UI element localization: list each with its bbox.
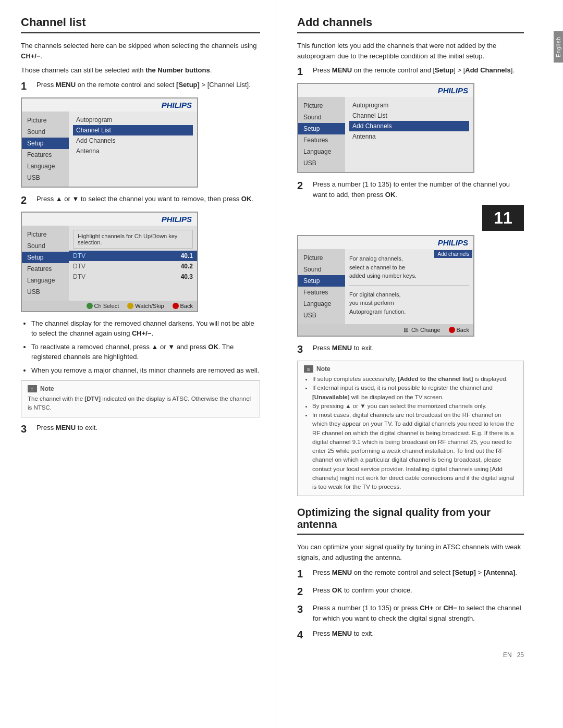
- tv-left-menu-add1: Picture Sound Setup Features Language US…: [298, 97, 345, 172]
- opt-step4-item: 4 Press MENU to exit.: [297, 628, 524, 641]
- opt-step4-text: Press MENU to exit.: [313, 628, 524, 639]
- step2-text: Press ▲ or ▼ to select the channel you w…: [36, 194, 260, 204]
- step1-text: Press MENU on the remote control and sel…: [36, 80, 260, 90]
- tv-menu-1: PHILIPS Picture Sound Setup Features Lan…: [21, 97, 198, 188]
- opt-step2-num: 2: [297, 585, 309, 598]
- add-step1-num: 1: [297, 65, 309, 78]
- note-box-1: Note The channel with the [DTV] indicate…: [21, 380, 260, 417]
- addmenu1-usb: USB: [298, 157, 345, 169]
- opt-step3-num: 3: [297, 603, 309, 615]
- tv-left-menu-add2: Picture Sound Setup Features Language US…: [298, 249, 345, 324]
- number-display: 11: [482, 205, 524, 231]
- step2-item: 2 Press ▲ or ▼ to select the channel you…: [21, 194, 260, 206]
- philips-logo-add2: PHILIPS: [298, 236, 473, 249]
- footer-watch-skip-label: Watch/Skip: [135, 303, 164, 309]
- opt-step3-text: Press a number (1 to 135) or press CH+ o…: [313, 603, 524, 623]
- optimizing-title: Optimizing the signal quality from your …: [297, 507, 524, 535]
- tv-footer-add2: ⊞ Ch Change Back: [298, 324, 473, 336]
- left-column: Channel list The channels selected here …: [0, 0, 276, 728]
- menu2-language: Language: [22, 275, 69, 286]
- footer-watch-skip: Watch/Skip: [127, 303, 164, 309]
- tv-body-add2: Picture Sound Setup Features Language US…: [298, 249, 473, 324]
- step3-num: 3: [21, 423, 32, 435]
- menu1-features: Features: [22, 149, 69, 161]
- addmenu2-usb: USB: [298, 310, 345, 321]
- add-channels-intro: This function lets you add the channels …: [297, 41, 524, 61]
- tv-body-2: Picture Sound Setup Features Language US…: [22, 226, 197, 301]
- ch-num-2: 40.2: [181, 263, 193, 270]
- tv-body-add1: Picture Sound Setup Features Language US…: [298, 97, 473, 172]
- footer-back: Back: [173, 303, 193, 309]
- opt-step4-num: 4: [297, 628, 309, 641]
- opt-step1-text: Press MENU on the remote control and sel…: [313, 567, 524, 578]
- menu2-sound: Sound: [22, 240, 69, 252]
- tv-menu-add-2: PHILIPS Picture Sound Setup Features Lan…: [297, 235, 474, 337]
- opt-step2-text: Press OK to confirm your choice.: [313, 585, 524, 596]
- philips-logo-2: PHILIPS: [22, 213, 197, 226]
- bullet-3: When you remove a major channel, its min…: [31, 365, 260, 376]
- add-channels-title: Add channels: [297, 16, 524, 33]
- right-column: Add channels This function lets you add …: [276, 0, 553, 728]
- channel-list-right: Highlight channels for Ch Up/Down key se…: [69, 226, 197, 301]
- channel-list-intro2: Those channels can still be selected wit…: [21, 65, 260, 76]
- addmenu1-addchannels: Add Channels: [349, 121, 469, 131]
- footer-ch-select-label: Ch Select: [94, 303, 119, 309]
- addmenu1-features: Features: [298, 134, 345, 146]
- menu1-setup: Setup: [22, 138, 69, 149]
- page-num: 25: [517, 651, 524, 659]
- note-header-1: Note: [28, 385, 253, 392]
- bullet-list: The channel display for the removed chan…: [21, 318, 260, 376]
- back-btn-icon: [173, 303, 179, 309]
- step1-item: 1 Press MENU on the remote control and s…: [21, 80, 260, 92]
- philips-logo-1: PHILIPS: [22, 98, 197, 112]
- footer-back-label: Back: [180, 303, 193, 309]
- menu2-usb: USB: [22, 286, 69, 298]
- footer-back-add: Back: [449, 327, 469, 333]
- ch-label-3: DTV: [73, 273, 85, 280]
- ch-num-1: 40.1: [181, 252, 193, 260]
- step2-num: 2: [21, 194, 32, 206]
- footer-back-add-label: Back: [457, 327, 469, 333]
- add-step3-num: 3: [297, 343, 309, 355]
- footer-ch-change-label: Ch Change: [411, 327, 440, 333]
- addmenu1-autoprogram: Autoprogram: [349, 100, 469, 110]
- en-label: EN: [503, 651, 512, 659]
- footer-bar: EN 25: [297, 651, 524, 659]
- step1-num: 1: [21, 80, 32, 92]
- tv-left-menu-1: Picture Sound Setup Features Language US…: [22, 112, 69, 187]
- ch-change-icon: ⊞: [403, 326, 409, 334]
- menu1-usb: USB: [22, 172, 69, 183]
- opt-step1-item: 1 Press MENU on the remote control and s…: [297, 567, 524, 580]
- bullet-1: The channel display for the removed chan…: [31, 318, 260, 339]
- addmenu2-setup: Setup: [298, 275, 345, 287]
- add-channels-digital-info: For digital channels,you must performAut…: [349, 288, 469, 318]
- tv-menu-2: PHILIPS Picture Sound Setup Features Lan…: [21, 212, 198, 312]
- add-step3-item: 3 Press MENU to exit.: [297, 343, 524, 355]
- step3-text: Press MENU to exit.: [36, 423, 260, 433]
- footer-ch-change: ⊞ Ch Change: [403, 326, 440, 334]
- addmenu1-channellist: Channel List: [349, 110, 469, 121]
- menu1-addchannels: Add Channels: [73, 135, 193, 146]
- tv-left-menu-2: Picture Sound Setup Features Language US…: [22, 226, 69, 301]
- menu1-autoprogram: Autoprogram: [73, 115, 193, 125]
- addmenu2-sound: Sound: [298, 264, 345, 275]
- addmenu1-language: Language: [298, 146, 345, 157]
- addmenu2-language: Language: [298, 298, 345, 310]
- tv-body-1: Picture Sound Setup Features Language US…: [22, 112, 197, 187]
- addmenu2-picture: Picture: [298, 252, 345, 264]
- footer-ch-select: Ch Select: [87, 303, 119, 309]
- yellow-btn-icon: [127, 303, 133, 309]
- note-header-add: Note: [304, 365, 517, 373]
- addmenu1-picture: Picture: [298, 100, 345, 112]
- menu1-language: Language: [22, 161, 69, 172]
- ch-label-1: DTV: [73, 252, 85, 260]
- menu1-sound: Sound: [22, 126, 69, 138]
- channel-row-3: DTV 40.3: [69, 272, 197, 282]
- channel-row-2: DTV 40.2: [69, 261, 197, 272]
- note-box-add: Note If setup completes successfully, [A…: [297, 361, 524, 496]
- addmenu1-sound: Sound: [298, 112, 345, 123]
- menu1-picture: Picture: [22, 115, 69, 126]
- addmenu2-features: Features: [298, 287, 345, 298]
- note-text-add: If setup completes successfully, [Added …: [304, 375, 517, 491]
- note-icon-1: [28, 385, 37, 392]
